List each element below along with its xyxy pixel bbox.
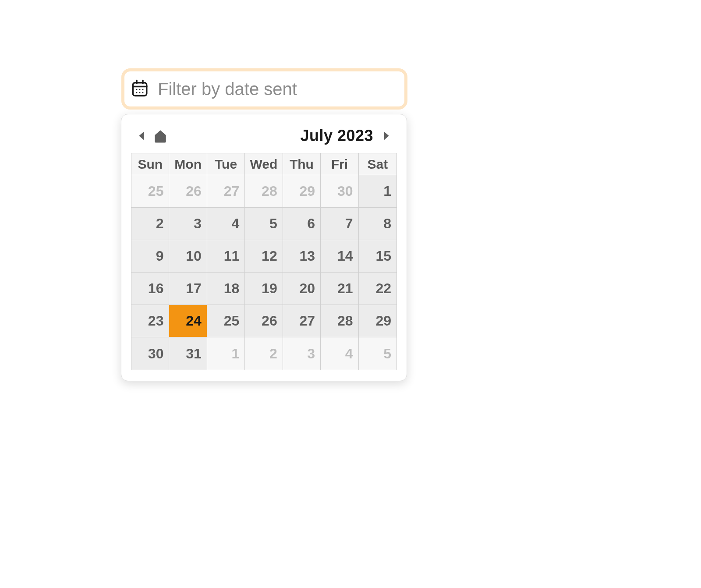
calendar-day[interactable]: 10 xyxy=(169,240,207,273)
calendar-day[interactable]: 18 xyxy=(207,273,245,305)
calendar-day[interactable]: 26 xyxy=(245,305,283,337)
calendar-icon xyxy=(131,79,149,99)
calendar-day[interactable]: 4 xyxy=(207,208,245,240)
calendar-day-other-month[interactable]: 5 xyxy=(359,337,397,370)
calendar-day[interactable]: 25 xyxy=(207,305,245,337)
svg-point-4 xyxy=(136,89,138,90)
weekday-header: Sun xyxy=(131,153,169,175)
calendar-day[interactable]: 19 xyxy=(245,273,283,305)
calendar-day[interactable]: 5 xyxy=(245,208,283,240)
date-sent-filter[interactable] xyxy=(121,68,407,110)
date-picker-popover: July 2023 SunMonTueWedThuFriSat252627282… xyxy=(121,114,407,381)
date-sent-input[interactable] xyxy=(157,79,396,99)
calendar-grid: SunMonTueWedThuFriSat2526272829301234567… xyxy=(131,153,397,370)
weekday-header: Fri xyxy=(321,153,358,175)
calendar-day[interactable]: 16 xyxy=(131,273,169,305)
svg-point-8 xyxy=(139,92,141,93)
weekday-header: Tue xyxy=(207,153,245,175)
calendar-day[interactable]: 30 xyxy=(131,337,169,370)
calendar-day[interactable]: 28 xyxy=(321,305,358,337)
prev-month-button[interactable] xyxy=(134,128,149,143)
calendar-day[interactable]: 21 xyxy=(321,273,358,305)
calendar-day-other-month[interactable]: 27 xyxy=(207,175,245,208)
calendar-day-other-month[interactable]: 4 xyxy=(321,337,358,370)
calendar-day-other-month[interactable]: 28 xyxy=(245,175,283,208)
calendar-day[interactable]: 22 xyxy=(359,273,397,305)
svg-point-7 xyxy=(136,92,138,93)
calendar-day-other-month[interactable]: 25 xyxy=(131,175,169,208)
calendar-day-other-month[interactable]: 29 xyxy=(283,175,321,208)
calendar-header: July 2023 xyxy=(131,123,397,153)
calendar-day[interactable]: 8 xyxy=(359,208,397,240)
calendar-day-other-month[interactable]: 3 xyxy=(283,337,321,370)
calendar-day-other-month[interactable]: 30 xyxy=(321,175,358,208)
weekday-header: Thu xyxy=(283,153,321,175)
calendar-day[interactable]: 6 xyxy=(283,208,321,240)
month-year-label[interactable]: July 2023 xyxy=(168,127,379,145)
calendar-day-other-month[interactable]: 1 xyxy=(207,337,245,370)
calendar-day[interactable]: 27 xyxy=(283,305,321,337)
svg-point-9 xyxy=(142,92,144,93)
calendar-day[interactable]: 3 xyxy=(169,208,207,240)
calendar-day[interactable]: 17 xyxy=(169,273,207,305)
next-month-button[interactable] xyxy=(379,128,394,143)
svg-point-5 xyxy=(139,89,141,90)
calendar-day-other-month[interactable]: 2 xyxy=(245,337,283,370)
calendar-day[interactable]: 14 xyxy=(321,240,358,273)
calendar-day[interactable]: 15 xyxy=(359,240,397,273)
calendar-day[interactable]: 13 xyxy=(283,240,321,273)
calendar-day[interactable]: 1 xyxy=(359,175,397,208)
today-button[interactable] xyxy=(153,128,168,143)
calendar-day[interactable]: 11 xyxy=(207,240,245,273)
weekday-header: Mon xyxy=(169,153,207,175)
calendar-day[interactable]: 2 xyxy=(131,208,169,240)
calendar-day[interactable]: 7 xyxy=(321,208,358,240)
weekday-header: Wed xyxy=(245,153,283,175)
calendar-day[interactable]: 9 xyxy=(131,240,169,273)
calendar-day[interactable]: 12 xyxy=(245,240,283,273)
calendar-day[interactable]: 23 xyxy=(131,305,169,337)
calendar-day[interactable]: 31 xyxy=(169,337,207,370)
calendar-day[interactable]: 20 xyxy=(283,273,321,305)
calendar-day-other-month[interactable]: 26 xyxy=(169,175,207,208)
calendar-day-selected[interactable]: 24 xyxy=(169,305,207,337)
calendar-day[interactable]: 29 xyxy=(359,305,397,337)
svg-point-6 xyxy=(142,89,144,90)
weekday-header: Sat xyxy=(359,153,397,175)
